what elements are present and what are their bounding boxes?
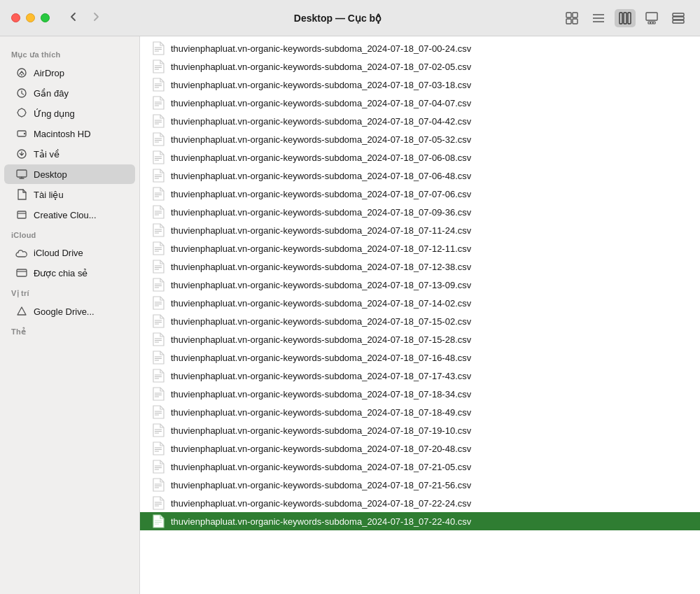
csv-file-icon [151, 405, 165, 419]
file-item[interactable]: thuvienphapluat.vn-organic-keywords-subd… [140, 76, 700, 94]
file-item[interactable]: thuvienphapluat.vn-organic-keywords-subd… [140, 276, 700, 294]
file-item[interactable]: thuvienphapluat.vn-organic-keywords-subd… [140, 330, 700, 348]
file-item[interactable]: thuvienphapluat.vn-organic-keywords-subd… [140, 294, 700, 312]
file-list: thuvienphapluat.vn-organic-keywords-subd… [140, 36, 700, 594]
sidebar-item-label: AirDrop [34, 68, 64, 78]
file-item[interactable]: thuvienphapluat.vn-organic-keywords-subd… [140, 239, 700, 257]
svg-rect-2 [566, 19, 571, 24]
file-name: thuvienphapluat.vn-organic-keywords-subd… [171, 298, 471, 309]
file-item[interactable]: thuvienphapluat.vn-organic-keywords-subd… [140, 476, 700, 494]
sidebar-item-icloud-drive[interactable]: iCloud Drive [4, 243, 135, 262]
csv-file-icon [151, 478, 165, 492]
file-item[interactable]: thuvienphapluat.vn-organic-keywords-subd… [140, 458, 700, 476]
csv-file-icon [151, 314, 165, 328]
nav-buttons [64, 10, 106, 27]
svg-rect-15 [673, 17, 684, 20]
svg-rect-1 [573, 13, 578, 17]
sidebar-item-documents[interactable]: Tài liệu [4, 185, 135, 204]
file-item[interactable]: thuvienphapluat.vn-organic-keywords-subd… [140, 512, 700, 530]
back-button[interactable] [64, 10, 83, 27]
file-name: thuvienphapluat.vn-organic-keywords-subd… [171, 425, 471, 436]
file-item[interactable]: thuvienphapluat.vn-organic-keywords-subd… [140, 94, 700, 112]
desktop-icon [15, 168, 28, 181]
file-item[interactable]: thuvienphapluat.vn-organic-keywords-subd… [140, 203, 700, 221]
file-item[interactable]: thuvienphapluat.vn-organic-keywords-subd… [140, 257, 700, 276]
file-name: thuvienphapluat.vn-organic-keywords-subd… [171, 280, 471, 290]
svg-rect-14 [673, 13, 684, 16]
csv-file-icon [151, 241, 165, 255]
column-view-button[interactable] [615, 9, 636, 27]
file-item[interactable]: thuvienphapluat.vn-organic-keywords-subd… [140, 130, 700, 148]
gallery-view-button[interactable] [641, 9, 662, 27]
svg-point-21 [24, 133, 25, 134]
shared-icon [15, 267, 28, 279]
file-name: thuvienphapluat.vn-organic-keywords-subd… [171, 225, 471, 236]
tags-label: Thẻ [0, 322, 139, 339]
file-item[interactable]: thuvienphapluat.vn-organic-keywords-subd… [140, 439, 700, 458]
sidebar: Mục ưa thích AirDrop Gần đây [0, 36, 140, 594]
list-view-button[interactable] [588, 9, 609, 27]
favorites-label: Mục ưa thích [0, 45, 139, 62]
file-item[interactable]: thuvienphapluat.vn-organic-keywords-subd… [140, 185, 700, 203]
csv-file-icon [151, 132, 165, 146]
main-area: Mục ưa thích AirDrop Gần đây [0, 36, 700, 594]
file-item[interactable]: thuvienphapluat.vn-organic-keywords-subd… [140, 421, 700, 439]
csv-file-icon [151, 260, 165, 274]
svg-rect-16 [673, 20, 684, 23]
file-item[interactable]: thuvienphapluat.vn-organic-keywords-subd… [140, 221, 700, 239]
csv-file-icon [151, 41, 165, 55]
file-name: thuvienphapluat.vn-organic-keywords-subd… [171, 334, 471, 345]
sidebar-item-label: Tài liệu [34, 190, 64, 200]
file-item[interactable]: thuvienphapluat.vn-organic-keywords-subd… [140, 112, 700, 130]
file-item[interactable]: thuvienphapluat.vn-organic-keywords-subd… [140, 167, 700, 185]
file-name: thuvienphapluat.vn-organic-keywords-subd… [171, 389, 471, 399]
close-button[interactable] [11, 13, 20, 22]
sidebar-item-creative[interactable]: Creative Clou... [4, 205, 135, 225]
sidebar-item-label: Macintosh HD [34, 129, 91, 139]
hd-icon [15, 127, 28, 140]
icloud-label: iCloud [0, 225, 139, 242]
sidebar-item-label: Desktop [34, 169, 67, 180]
csv-file-icon [151, 496, 165, 510]
doc-icon [15, 188, 28, 201]
svg-rect-24 [18, 211, 26, 218]
minimize-button[interactable] [26, 13, 35, 22]
maximize-button[interactable] [41, 13, 50, 22]
file-item[interactable]: thuvienphapluat.vn-organic-keywords-subd… [140, 367, 700, 385]
csv-file-icon [151, 460, 165, 474]
location-label: Vị trí [0, 283, 139, 301]
creative-icon [15, 208, 28, 221]
file-item[interactable]: thuvienphapluat.vn-organic-keywords-subd… [140, 148, 700, 167]
title-bar: Desktop — Cục bộ [0, 0, 700, 36]
csv-file-icon [151, 114, 165, 128]
svg-rect-9 [628, 13, 631, 24]
csv-file-icon [151, 59, 165, 73]
file-name: thuvienphapluat.vn-organic-keywords-subd… [171, 516, 471, 527]
svg-point-18 [21, 74, 22, 76]
file-name: thuvienphapluat.vn-organic-keywords-subd… [171, 43, 471, 54]
sidebar-item-apps[interactable]: Ứng dụng [4, 104, 135, 123]
file-name: thuvienphapluat.vn-organic-keywords-subd… [171, 243, 471, 254]
sidebar-item-label: iCloud Drive [34, 248, 83, 258]
file-item[interactable]: thuvienphapluat.vn-organic-keywords-subd… [140, 494, 700, 512]
forward-button[interactable] [86, 10, 106, 27]
sidebar-item-recent[interactable]: Gần đây [4, 83, 135, 103]
sidebar-item-desktop[interactable]: Desktop [4, 164, 135, 184]
file-item[interactable]: thuvienphapluat.vn-organic-keywords-subd… [140, 403, 700, 421]
file-item[interactable]: thuvienphapluat.vn-organic-keywords-subd… [140, 385, 700, 403]
sidebar-item-shared[interactable]: Được chia sẻ [4, 263, 135, 283]
file-name: thuvienphapluat.vn-organic-keywords-subd… [171, 153, 471, 163]
more-view-button[interactable] [668, 9, 689, 27]
file-item[interactable]: thuvienphapluat.vn-organic-keywords-subd… [140, 312, 700, 330]
grid-view-button[interactable] [561, 9, 582, 27]
download-icon [15, 148, 28, 160]
file-item[interactable]: thuvienphapluat.vn-organic-keywords-subd… [140, 39, 700, 57]
sidebar-item-google-drive[interactable]: Google Drive... [4, 302, 135, 321]
sidebar-item-macintosh[interactable]: Macintosh HD [4, 124, 135, 143]
svg-rect-11 [648, 22, 650, 24]
sidebar-item-airdrop[interactable]: AirDrop [4, 63, 135, 83]
file-item[interactable]: thuvienphapluat.vn-organic-keywords-subd… [140, 57, 700, 76]
sidebar-item-downloads[interactable]: Tải về [4, 144, 135, 164]
file-item[interactable]: thuvienphapluat.vn-organic-keywords-subd… [140, 348, 700, 367]
svg-rect-23 [17, 170, 27, 177]
